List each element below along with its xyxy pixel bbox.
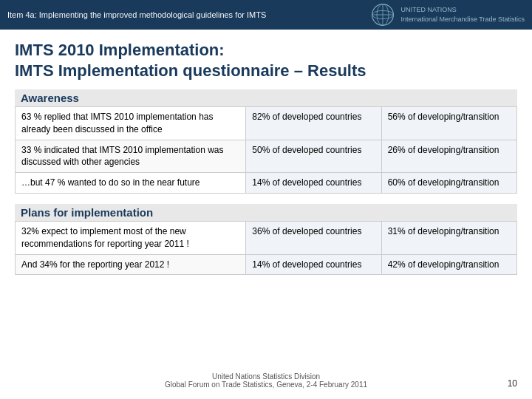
header-bar-text: Item 4a: Implementing the improved metho… [7, 10, 266, 19]
awareness-cell-2-2: 60% of developing/transition [381, 173, 516, 194]
plans-cell-1-0: And 34% for the reporting year 2012 ! [16, 254, 246, 275]
awareness-section-title: Awareness [15, 89, 517, 106]
main-content: IMTS 2010 Implementation: IMTS Implement… [0, 30, 532, 291]
awareness-cell-1-2: 26% of developing/transition [381, 140, 516, 173]
table-row: 32% expect to implement most of the new … [16, 221, 517, 254]
plans-table: 32% expect to implement most of the new … [15, 221, 517, 275]
page-number: 10 [508, 378, 517, 389]
logo-area: UNITED NATIONS International Merchandise… [371, 3, 525, 27]
table-row: …but 47 % wanted to do so in the near fu… [16, 173, 517, 194]
awareness-cell-1-1: 50% of developed countries [246, 140, 381, 173]
plans-cell-0-0: 32% expect to implement most of the new … [16, 221, 246, 254]
table-row: And 34% for the reporting year 2012 !14%… [16, 254, 517, 275]
plans-cell-0-2: 31% of developing/transition [381, 221, 516, 254]
page-title: IMTS 2010 Implementation: IMTS Implement… [15, 40, 517, 81]
un-logo-icon [371, 3, 395, 27]
awareness-cell-2-1: 14% of developed countries [246, 173, 381, 194]
awareness-cell-0-1: 82% of developed countries [246, 107, 381, 140]
awareness-cell-0-0: 63 % replied that IMTS 2010 implementati… [16, 107, 246, 140]
plans-cell-0-1: 36% of developed countries [246, 221, 381, 254]
plans-section-title: Plans for implementation [15, 204, 517, 221]
awareness-cell-2-0: …but 47 % wanted to do so in the near fu… [16, 173, 246, 194]
table-row: 63 % replied that IMTS 2010 implementati… [16, 107, 517, 140]
title-line2: IMTS Implementation questionnaire – Resu… [15, 61, 366, 80]
header-bar: Item 4a: Implementing the improved metho… [0, 0, 532, 30]
plans-cell-1-1: 14% of developed countries [246, 254, 381, 275]
table-row: 33 % indicated that IMTS 2010 implementa… [16, 140, 517, 173]
footer-line2: Global Forum on Trade Statistics, Geneva… [0, 381, 532, 389]
awareness-table: 63 % replied that IMTS 2010 implementati… [15, 106, 517, 194]
awareness-cell-0-2: 56% of developing/transition [381, 107, 516, 140]
awareness-cell-1-0: 33 % indicated that IMTS 2010 implementa… [16, 140, 246, 173]
logo-text: UNITED NATIONS International Merchandise… [400, 5, 525, 24]
plans-cell-1-2: 42% of developing/transition [381, 254, 516, 275]
title-line1: IMTS 2010 Implementation: [15, 41, 225, 59]
footer-line1: United Nations Statistics Division [0, 372, 532, 381]
footer: United Nations Statistics Division Globa… [0, 372, 532, 389]
